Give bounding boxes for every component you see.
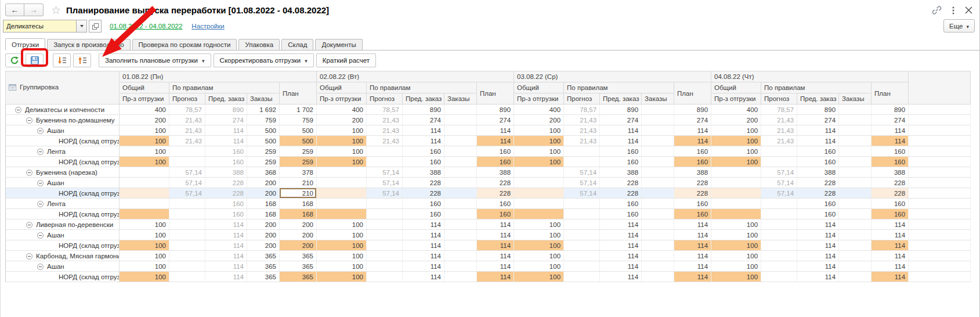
grid-cell[interactable]: 57,14 [169, 167, 205, 178]
grid-cell[interactable]: 21,43 [169, 125, 205, 136]
grid-cell[interactable] [444, 157, 477, 167]
grid-cell[interactable]: 200 [711, 115, 761, 125]
grid-cell[interactable]: 57,14 [169, 188, 205, 199]
group-label-cell[interactable]: Ашан [6, 178, 120, 188]
grid-cell[interactable]: 78,57 [367, 105, 403, 115]
grid-cell[interactable]: 114 [205, 240, 247, 251]
grid-cell[interactable]: 160 [871, 199, 909, 209]
grid-cell[interactable]: 100 [514, 136, 564, 146]
grid-cell[interactable] [444, 115, 477, 125]
grid-cell[interactable] [120, 209, 169, 219]
grid-cell[interactable] [367, 146, 403, 157]
grid-cell[interactable]: 100 [514, 146, 564, 157]
grid-cell[interactable]: 388 [797, 167, 839, 178]
grid-cell[interactable]: 160 [205, 199, 247, 209]
combo-dropdown-button[interactable] [77, 20, 87, 33]
grid-cell[interactable]: 78,57 [169, 105, 205, 115]
grid-cell[interactable]: 114 [477, 251, 514, 261]
grid-cell[interactable]: 100 [317, 261, 367, 272]
favorite-star-icon[interactable]: ☆ [51, 5, 61, 16]
grid-cell[interactable]: 114 [797, 272, 839, 282]
grid-cell[interactable]: 259 [280, 157, 317, 167]
grid-cell[interactable]: 160 [674, 157, 711, 167]
refresh-button[interactable] [5, 53, 23, 67]
grid-cell[interactable]: 210 [280, 188, 317, 199]
grid-cell[interactable]: 78,57 [761, 105, 797, 115]
grid-cell[interactable] [564, 157, 600, 167]
grid-cell[interactable] [711, 188, 761, 199]
grid-cell[interactable] [367, 157, 403, 167]
grid-cell[interactable]: 500 [247, 125, 280, 136]
grid-cell[interactable]: 100 [711, 240, 761, 251]
grid-cell[interactable]: 228 [600, 188, 642, 199]
collapse-levels-button[interactable] [73, 53, 91, 67]
grid-cell[interactable] [839, 209, 871, 219]
grid-cell[interactable] [642, 136, 674, 146]
grid-cell[interactable]: 100 [317, 230, 367, 240]
grid-cell[interactable]: 21,43 [169, 115, 205, 125]
grid-cell[interactable]: 114 [205, 219, 247, 230]
grid-cell[interactable] [761, 199, 797, 209]
grid-cell[interactable] [444, 188, 477, 199]
grid-cell[interactable] [761, 251, 797, 261]
grid-cell[interactable]: 200 [120, 115, 169, 125]
grid-cell[interactable]: 100 [514, 157, 564, 167]
grid-cell[interactable]: 114 [205, 125, 247, 136]
grid-cell[interactable]: 100 [711, 146, 761, 157]
grid-cell[interactable]: 114 [674, 125, 711, 136]
grid-cell[interactable]: 890 [205, 105, 247, 115]
grid-cell[interactable]: 100 [711, 157, 761, 167]
group-label-cell[interactable]: Лента [6, 146, 120, 157]
grid-cell[interactable] [839, 251, 871, 261]
grid-cell[interactable]: 1 702 [280, 105, 317, 115]
group-label-cell[interactable]: НОРД (склад отгруз… [6, 272, 120, 282]
grid-cell[interactable]: 114 [600, 125, 642, 136]
grid-cell[interactable]: 160 [205, 157, 247, 167]
period-link[interactable]: 01.08.2022 - 04.08.2022 [110, 23, 182, 30]
tab-3[interactable]: Упаковка [238, 39, 280, 51]
grid-cell[interactable]: 100 [317, 136, 367, 146]
grid-cell[interactable] [169, 251, 205, 261]
grid-cell[interactable]: 500 [280, 125, 317, 136]
grid-cell[interactable]: 100 [120, 219, 169, 230]
group-label-cell[interactable]: Ашан [6, 261, 120, 272]
grid-cell[interactable] [761, 209, 797, 219]
grid-cell[interactable]: 228 [600, 178, 642, 188]
grid-cell[interactable] [317, 188, 367, 199]
grid-cell[interactable] [444, 125, 477, 136]
grid-cell[interactable]: 21,43 [367, 136, 403, 146]
grid-cell[interactable] [839, 230, 871, 240]
grid-cell[interactable]: 57,14 [367, 167, 403, 178]
grid-cell[interactable]: 160 [403, 199, 444, 209]
grid-cell[interactable]: 114 [797, 230, 839, 240]
grid-cell[interactable]: 21,43 [564, 136, 600, 146]
grid-cell[interactable]: 114 [205, 230, 247, 240]
tab-2[interactable]: Проверка по срокам годности [132, 39, 237, 51]
grid-cell[interactable]: 114 [600, 136, 642, 146]
grid-cell[interactable] [367, 209, 403, 219]
grid-cell[interactable]: 114 [871, 240, 909, 251]
grid-cell[interactable] [169, 219, 205, 230]
grid-cell[interactable]: 890 [600, 105, 642, 115]
grid-cell[interactable]: 400 [120, 105, 169, 115]
grid-cell[interactable] [444, 240, 477, 251]
grid-cell[interactable] [514, 199, 564, 209]
grid-cell[interactable] [514, 178, 564, 188]
grid-cell[interactable]: 114 [205, 136, 247, 146]
grid-cell[interactable] [642, 199, 674, 209]
grid-cell[interactable] [444, 272, 477, 282]
grid-cell[interactable] [564, 251, 600, 261]
grid-cell[interactable]: 114 [871, 219, 909, 230]
grid-cell[interactable] [761, 146, 797, 157]
grid-cell[interactable] [564, 219, 600, 230]
grid-cell[interactable]: 200 [247, 219, 280, 230]
grid-cell[interactable]: 365 [247, 261, 280, 272]
grid-cell[interactable]: 78,57 [564, 105, 600, 115]
grid-cell[interactable]: 160 [403, 209, 444, 219]
grid-cell[interactable]: 274 [477, 115, 514, 125]
grid-cell[interactable]: 365 [280, 261, 317, 272]
grid-cell[interactable]: 114 [797, 240, 839, 251]
grid-cell[interactable]: 100 [711, 125, 761, 136]
grid-cell[interactable] [514, 188, 564, 199]
grid-cell[interactable] [317, 199, 367, 209]
